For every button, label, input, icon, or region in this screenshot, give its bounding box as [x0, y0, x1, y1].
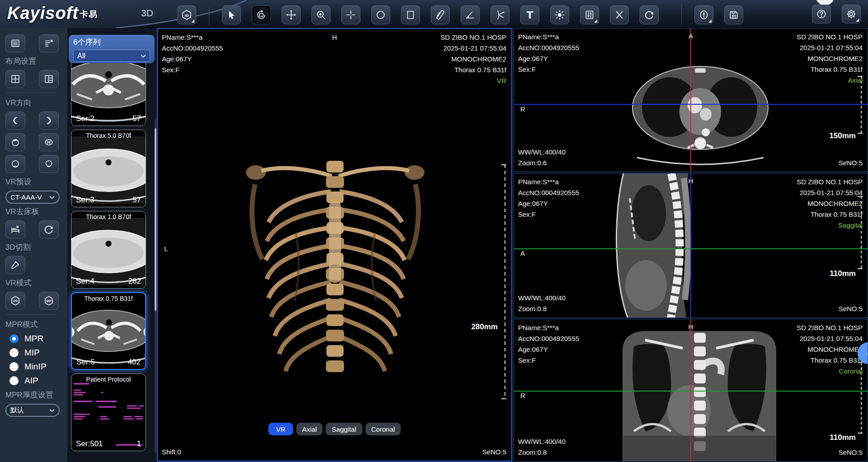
series-number: Ser:501 [76, 439, 103, 448]
view-type-label: Axial [797, 75, 863, 86]
series-scrollbar-thumb[interactable] [155, 128, 156, 311]
layout-split-button[interactable] [39, 70, 59, 88]
study-info-overlay: SD ZIBO NO.1 HOSP 2025-01-21 07:55:04 MO… [440, 32, 506, 86]
text-tool-button[interactable]: T [520, 5, 539, 24]
angle-tool-button[interactable] [461, 5, 480, 24]
svg-text:MIP: MIP [46, 299, 52, 303]
series-image-count: 1 [137, 439, 141, 448]
series-number: Ser:3 [76, 196, 94, 205]
ruler-tool-button[interactable] [431, 5, 450, 24]
settings-button[interactable] [842, 5, 861, 23]
series-title: Thorax 1.0 B70f [71, 213, 146, 220]
top-toolbar: Kayisoft卡易 3D 3D [0, 0, 868, 28]
zoom-tool-button[interactable] [311, 5, 330, 24]
rotate-3d-tool-button[interactable] [252, 5, 271, 24]
mode-button-coronal[interactable]: Coronal [365, 423, 401, 435]
viewport-vr[interactable]: PName:S***a AccNO:0004920555 Age:067Y Se… [157, 28, 512, 462]
crosshair-vertical-red[interactable] [690, 319, 691, 461]
save-button[interactable] [724, 5, 743, 24]
help-icon [816, 9, 827, 19]
vr-mode-vr-button[interactable]: VR [5, 292, 25, 310]
vr-head-superior-button[interactable] [5, 133, 25, 151]
patient-name: PName:S***a [518, 322, 579, 333]
patient-name: PName:S***a [518, 177, 579, 187]
coronal-ct-image [602, 324, 799, 462]
series-thumbnail[interactable]: Patient Protocol Ser:501 1 [71, 373, 146, 451]
mpr-option-minip[interactable]: MinIP [5, 362, 67, 372]
mode-button-axial[interactable]: Axial [296, 423, 323, 435]
crosshair-tool-button[interactable] [341, 5, 360, 24]
vr-head-posterior-button[interactable] [39, 155, 59, 173]
viewport-sagittal[interactable]: PName:S***a AccNO:0004920555 Age:067Y Se… [514, 173, 868, 318]
toolbar-separator [209, 5, 209, 25]
split-layout-icon [44, 74, 54, 84]
cobb-angle-tool-button[interactable] [491, 5, 509, 24]
remove-bed-button[interactable] [5, 220, 25, 238]
pan-tool-button[interactable] [282, 5, 301, 24]
view-type-label: Saggital [797, 220, 863, 231]
series-filter-select[interactable]: All [73, 50, 150, 62]
ellipse-tool-button[interactable] [371, 5, 390, 24]
mode-button-saggital[interactable]: Saggital [326, 423, 362, 435]
series-image-count: 282 [128, 277, 141, 286]
series-thumbnail[interactable]: Thorax 5.0 B70f Ser:3 57 [71, 130, 146, 207]
patient-age: Age:067Y [162, 54, 223, 65]
crosshair-vertical-red[interactable] [690, 28, 691, 172]
svg-text:VR: VR [13, 299, 18, 303]
mpr-thickness-select[interactable]: 默认 [5, 404, 60, 417]
vr-head-inferior-button[interactable] [39, 133, 59, 151]
3d-preset-button[interactable]: 3D [177, 5, 196, 24]
brightness-icon [554, 9, 565, 20]
view-type-label: VR [440, 75, 506, 86]
mpr-option-aip[interactable]: AIP [5, 376, 67, 386]
viewport-coronal[interactable]: PName:S***a AccNO:0004920555 Age:067Y Se… [514, 319, 868, 462]
mpr-thickness-value: 默认 [10, 406, 24, 415]
vr-preset-select[interactable]: CT-AAA-V [5, 191, 60, 204]
series-thumb-image [71, 136, 146, 204]
bed-reset-button[interactable] [39, 220, 59, 238]
series-image-count: 402 [128, 358, 141, 367]
rect-tool-button[interactable] [401, 5, 420, 24]
head-back-icon [44, 159, 54, 169]
window-level-button[interactable] [580, 5, 599, 24]
mip-hexagon-icon: MIP [43, 295, 54, 306]
series-thumbnail[interactable]: Thorax 1.0 B70f Ser:4 282 [71, 211, 146, 289]
photometric: MONOCHROME2 [797, 344, 863, 355]
viewport-axial[interactable]: PName:S***a AccNO:0004920555 Age:067Y Se… [514, 28, 868, 172]
mpr-option-mip[interactable]: MIP [5, 348, 67, 358]
vr-head-anterior-button[interactable] [5, 155, 25, 173]
vr-direction-label: VR方向 [5, 98, 67, 108]
wwwl-value: WW/WL:400/40 [518, 147, 566, 158]
layout-grid-button[interactable] [5, 70, 25, 88]
vr-preset-value: CT-AAA-V [10, 193, 42, 201]
clear-annotations-button[interactable] [610, 5, 629, 24]
layout-list-button[interactable] [5, 34, 25, 52]
orientation-marker-top: H [689, 323, 693, 331]
save-icon [728, 9, 739, 20]
layout-close-button[interactable] [39, 34, 59, 52]
series-no-overlay: SeNO:5 [839, 447, 863, 458]
mode-button-vr[interactable]: VR [268, 423, 293, 435]
sagittal-ct-image [595, 173, 714, 318]
crosshair-vertical-blue[interactable] [690, 173, 691, 317]
cursor-tool-button[interactable] [222, 5, 241, 24]
help-button[interactable] [812, 5, 831, 23]
hospital-name: SD ZIBO NO.1 HOSP [797, 322, 863, 333]
chevron-left-icon: ‹ [867, 346, 868, 360]
vr-head-right-button[interactable] [39, 112, 59, 130]
mpr-option-label: MinIP [24, 362, 47, 372]
vr-head-left-button[interactable] [5, 112, 25, 130]
3d-cut-button[interactable] [5, 256, 25, 274]
patient-sex: Sex:F [518, 64, 579, 75]
reset-view-button[interactable] [640, 5, 659, 24]
rectangle-icon [405, 9, 416, 20]
series-image-count: 57 [132, 196, 141, 205]
vr-mode-mip-button[interactable]: MIP [39, 292, 59, 310]
brightness-tool-button[interactable] [550, 5, 569, 24]
mpr-thickness-label: MPR厚度设置 [5, 390, 67, 400]
mpr-option-mpr[interactable]: MPR [5, 334, 67, 344]
head-left-icon [10, 116, 20, 126]
series-thumbnail-selected[interactable]: Thorax 0.75 B31f Ser:5 402 [71, 292, 146, 370]
alert-info-button[interactable] [694, 5, 713, 24]
radio-icon [9, 376, 19, 385]
